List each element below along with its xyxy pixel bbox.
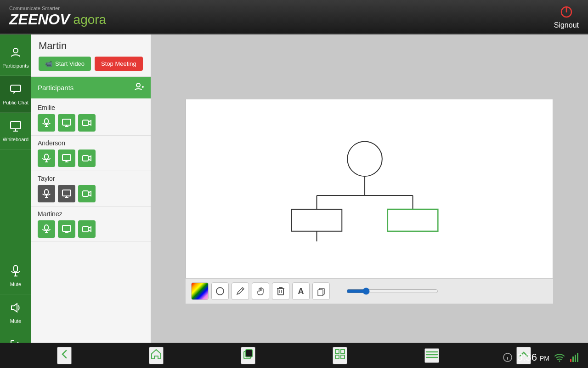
stop-meeting-button[interactable]: Stop Meeting bbox=[95, 57, 143, 71]
whiteboard-container[interactable] bbox=[186, 99, 553, 304]
sidebar-item-public-chat-label: Public Chat bbox=[3, 100, 28, 105]
sidebar-item-mute-speaker[interactable]: Mute bbox=[0, 294, 31, 331]
svg-point-43 bbox=[347, 142, 382, 177]
screen-toggle-button[interactable] bbox=[58, 220, 75, 238]
svg-rect-7 bbox=[14, 265, 17, 272]
participants-icon bbox=[10, 46, 22, 61]
video-camera-icon: 📹 bbox=[45, 60, 52, 67]
svg-rect-57 bbox=[318, 290, 323, 296]
svg-point-2 bbox=[13, 48, 18, 53]
add-participant-button[interactable] bbox=[134, 81, 144, 94]
mic-toggle-button[interactable] bbox=[38, 220, 55, 238]
panel: Martin 📹 Start Video Stop Meeting Partic… bbox=[31, 34, 151, 368]
participant-name: Martinez bbox=[38, 210, 144, 218]
video-toggle-button[interactable] bbox=[78, 114, 96, 132]
delete-tool-button[interactable] bbox=[272, 282, 289, 300]
stop-meeting-label: Stop Meeting bbox=[101, 60, 136, 67]
pencil-tool-button[interactable] bbox=[232, 282, 249, 300]
mic-icon bbox=[10, 265, 21, 280]
list-item: Emilie bbox=[31, 100, 151, 136]
home-button[interactable] bbox=[149, 347, 164, 364]
left-sidebar: Participants Public Chat Whiteboard Mute… bbox=[0, 34, 31, 368]
sidebar-item-whiteboard[interactable]: Whiteboard bbox=[0, 113, 31, 150]
logo-agora: agora bbox=[74, 12, 107, 27]
svg-rect-42 bbox=[83, 226, 88, 232]
power-icon bbox=[559, 5, 574, 19]
sidebar-item-public-chat[interactable]: Public Chat bbox=[0, 76, 31, 113]
participant-name: Anderson bbox=[38, 139, 144, 147]
grid-button[interactable] bbox=[333, 347, 347, 364]
list-item: Taylor bbox=[31, 171, 151, 207]
time-ampm: PM bbox=[540, 355, 549, 362]
video-toggle-button[interactable] bbox=[78, 220, 96, 238]
logo-zeenov: ZEENOV bbox=[9, 11, 70, 28]
logo-tagline: Communicate Smarter bbox=[9, 6, 106, 11]
screen-toggle-button[interactable] bbox=[58, 150, 75, 167]
signout-button[interactable]: Signout bbox=[554, 5, 579, 29]
android-bar: 3:36 PM bbox=[0, 343, 588, 368]
logo-text: ZEENOV agora bbox=[9, 11, 106, 28]
video-toggle-button[interactable] bbox=[78, 150, 96, 167]
text-tool-button[interactable]: A bbox=[292, 282, 310, 300]
svg-rect-72 bbox=[572, 356, 574, 362]
participants-header: Participants bbox=[31, 77, 151, 98]
list-item: Martinez bbox=[31, 207, 151, 242]
svg-point-51 bbox=[216, 288, 224, 295]
sidebar-item-mute-speaker-label: Mute bbox=[10, 318, 21, 324]
svg-rect-36 bbox=[45, 225, 48, 230]
participant-name: Emilie bbox=[38, 104, 144, 111]
text-tool-label: A bbox=[298, 287, 304, 296]
svg-marker-58 bbox=[152, 350, 161, 359]
lock-icon bbox=[503, 352, 513, 362]
sidebar-item-mute-mic[interactable]: Mute bbox=[0, 258, 31, 294]
color-picker-button[interactable] bbox=[191, 282, 209, 300]
hand-tool-button[interactable] bbox=[252, 282, 269, 300]
back-button[interactable] bbox=[57, 347, 72, 364]
size-slider[interactable] bbox=[346, 288, 438, 295]
svg-rect-32 bbox=[62, 190, 71, 196]
signal-icon bbox=[570, 352, 579, 362]
toolbar: A bbox=[186, 278, 553, 304]
screen-toggle-button[interactable] bbox=[58, 114, 75, 132]
sidebar-item-participants-label: Participants bbox=[2, 63, 28, 69]
svg-rect-29 bbox=[45, 190, 48, 195]
logo-area: Communicate Smarter ZEENOV agora bbox=[9, 6, 106, 28]
svg-rect-4 bbox=[11, 121, 21, 129]
status-bar: 3:36 PM bbox=[503, 351, 579, 363]
user-name: Martin bbox=[39, 40, 143, 52]
copy-tool-button[interactable] bbox=[312, 282, 330, 300]
svg-rect-60 bbox=[246, 350, 252, 357]
svg-rect-71 bbox=[570, 359, 571, 362]
video-toggle-button[interactable] bbox=[78, 185, 96, 202]
participant-controls bbox=[38, 114, 144, 132]
wifi-icon bbox=[554, 353, 565, 362]
time-value: 3:36 bbox=[517, 351, 537, 363]
svg-rect-48 bbox=[292, 209, 342, 231]
svg-rect-53 bbox=[278, 288, 283, 295]
participant-controls bbox=[38, 185, 144, 202]
svg-rect-73 bbox=[575, 355, 576, 362]
svg-rect-39 bbox=[62, 225, 71, 231]
start-video-button[interactable]: 📹 Start Video bbox=[39, 57, 91, 71]
sidebar-item-participants[interactable]: Participants bbox=[0, 39, 31, 76]
svg-rect-61 bbox=[335, 350, 339, 353]
list-item: Anderson bbox=[31, 136, 151, 171]
svg-rect-3 bbox=[11, 85, 21, 92]
svg-rect-49 bbox=[388, 209, 438, 231]
mic-toggle-button[interactable] bbox=[38, 185, 55, 202]
menu-button[interactable] bbox=[424, 348, 439, 363]
screen-toggle-button[interactable] bbox=[58, 185, 75, 202]
panel-header: Martin 📹 Start Video Stop Meeting bbox=[31, 34, 151, 77]
time-display: 3:36 PM bbox=[517, 351, 549, 363]
shape-tool-button[interactable] bbox=[211, 282, 229, 300]
recents-button[interactable] bbox=[241, 347, 255, 364]
sidebar-item-mute-mic-label: Mute bbox=[10, 282, 21, 287]
participants-list: Emilie Anderson bbox=[31, 98, 151, 368]
sidebar-item-whiteboard-label: Whiteboard bbox=[3, 137, 28, 142]
svg-rect-25 bbox=[62, 155, 71, 161]
mic-toggle-button[interactable] bbox=[38, 150, 55, 167]
svg-rect-28 bbox=[83, 155, 88, 161]
mic-toggle-button[interactable] bbox=[38, 114, 55, 132]
svg-rect-63 bbox=[335, 355, 339, 359]
svg-rect-22 bbox=[45, 154, 48, 159]
